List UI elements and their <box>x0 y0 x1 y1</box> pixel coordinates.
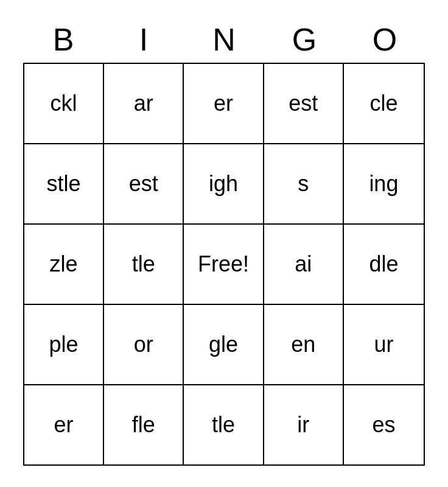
header-letter-g: G <box>264 21 345 58</box>
bingo-cell-0-2[interactable]: er <box>184 64 264 143</box>
bingo-cell-3-0[interactable]: ple <box>24 305 104 384</box>
bingo-cell-3-1[interactable]: or <box>104 305 184 384</box>
bingo-header: BINGO <box>23 21 425 58</box>
bingo-row-0: cklarerestcle <box>24 64 424 144</box>
bingo-cell-0-1[interactable]: ar <box>104 64 184 143</box>
bingo-cell-1-2[interactable]: igh <box>184 144 264 223</box>
bingo-cell-1-4[interactable]: ing <box>344 144 424 223</box>
bingo-cell-2-1[interactable]: tle <box>104 225 184 304</box>
bingo-row-2: zletleFree!aidle <box>24 225 424 305</box>
header-letter-b: B <box>23 21 103 58</box>
bingo-cell-0-4[interactable]: cle <box>344 64 424 143</box>
bingo-cell-0-0[interactable]: ckl <box>24 64 104 143</box>
bingo-cell-0-3[interactable]: est <box>264 64 344 143</box>
header-letter-o: O <box>345 21 425 58</box>
bingo-cell-4-0[interactable]: er <box>24 385 104 464</box>
bingo-row-3: pleorgleenur <box>24 305 424 385</box>
bingo-cell-4-3[interactable]: ir <box>264 385 344 464</box>
bingo-cell-1-1[interactable]: est <box>104 144 184 223</box>
bingo-cell-3-3[interactable]: en <box>264 305 344 384</box>
bingo-cell-2-3[interactable]: ai <box>264 225 344 304</box>
bingo-cell-3-4[interactable]: ur <box>344 305 424 384</box>
bingo-row-1: stleestighsing <box>24 144 424 225</box>
bingo-cell-1-0[interactable]: stle <box>24 144 104 223</box>
bingo-cell-4-4[interactable]: es <box>344 385 424 464</box>
header-letter-i: I <box>103 21 184 58</box>
bingo-cell-2-2[interactable]: Free! <box>184 225 264 304</box>
bingo-cell-1-3[interactable]: s <box>264 144 344 223</box>
bingo-cell-3-2[interactable]: gle <box>184 305 264 384</box>
bingo-cell-4-1[interactable]: fle <box>104 385 184 464</box>
bingo-cell-4-2[interactable]: tle <box>184 385 264 464</box>
bingo-grid: cklarerestclestleestighsingzletleFree!ai… <box>23 63 425 466</box>
bingo-row-4: erfletleires <box>24 385 424 464</box>
bingo-cell-2-4[interactable]: dle <box>344 225 424 304</box>
bingo-card: BINGO cklarerestclestleestighsingzletleF… <box>0 9 448 478</box>
bingo-cell-2-0[interactable]: zle <box>24 225 104 304</box>
header-letter-n: N <box>184 21 264 58</box>
